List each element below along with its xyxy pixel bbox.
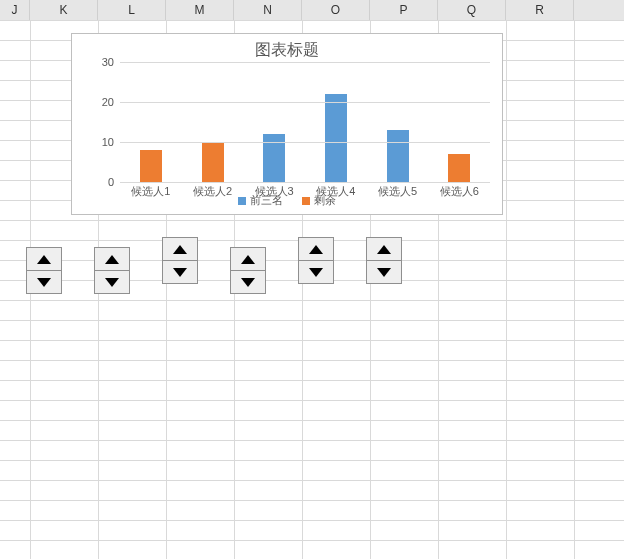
- spinner-up-button[interactable]: [95, 248, 129, 270]
- triangle-up-icon: [173, 245, 187, 254]
- chart-title: 图表标题: [72, 40, 502, 61]
- spinner-1[interactable]: [26, 247, 62, 294]
- spinner-up-button[interactable]: [367, 238, 401, 260]
- bar-slot: [120, 62, 182, 182]
- worksheet: JKLMNOPQR 图表标题 0102030 候选人1候选人2候选人3候选人4候…: [0, 0, 624, 559]
- triangle-up-icon: [105, 255, 119, 264]
- triangle-up-icon: [37, 255, 51, 264]
- column-header-K[interactable]: K: [30, 0, 98, 20]
- spinner-group: [26, 237, 456, 307]
- bar-slot: [305, 62, 367, 182]
- legend-swatch-icon: [302, 197, 310, 205]
- triangle-up-icon: [309, 245, 323, 254]
- y-tick: 10: [78, 136, 114, 148]
- triangle-down-icon: [37, 278, 51, 287]
- column-header-N[interactable]: N: [234, 0, 302, 20]
- spinner-5[interactable]: [298, 237, 334, 284]
- spinner-down-button[interactable]: [299, 260, 333, 283]
- bar[interactable]: [448, 154, 470, 182]
- spinner-down-button[interactable]: [163, 260, 197, 283]
- spinner-up-button[interactable]: [299, 238, 333, 260]
- triangle-down-icon: [241, 278, 255, 287]
- triangle-down-icon: [173, 268, 187, 277]
- spinner-2[interactable]: [94, 247, 130, 294]
- legend-item-top3: 前三名: [238, 193, 283, 208]
- bar[interactable]: [140, 150, 162, 182]
- gridline: [120, 62, 490, 63]
- y-tick: 20: [78, 96, 114, 108]
- column-header-row: JKLMNOPQR: [0, 0, 624, 21]
- spinner-down-button[interactable]: [231, 270, 265, 293]
- gridline: [120, 102, 490, 103]
- plot-area: [120, 62, 490, 182]
- column-header-Q[interactable]: Q: [438, 0, 506, 20]
- legend-label: 前三名: [250, 194, 283, 206]
- y-tick: 0: [78, 176, 114, 188]
- column-header-O[interactable]: O: [302, 0, 370, 20]
- bar-slot: [428, 62, 490, 182]
- spinner-down-button[interactable]: [367, 260, 401, 283]
- bar-slot: [182, 62, 244, 182]
- triangle-down-icon: [377, 268, 391, 277]
- bar-slot: [367, 62, 429, 182]
- bar-slot: [243, 62, 305, 182]
- gridline: [120, 142, 490, 143]
- y-tick: 30: [78, 56, 114, 68]
- legend: 前三名 剩余: [72, 193, 502, 208]
- triangle-up-icon: [377, 245, 391, 254]
- spinner-6[interactable]: [366, 237, 402, 284]
- legend-item-rest: 剩余: [302, 193, 336, 208]
- spinner-up-button[interactable]: [163, 238, 197, 260]
- legend-swatch-icon: [238, 197, 246, 205]
- spinner-up-button[interactable]: [231, 248, 265, 270]
- spinner-4[interactable]: [230, 247, 266, 294]
- column-header-L[interactable]: L: [98, 0, 166, 20]
- spinner-down-button[interactable]: [95, 270, 129, 293]
- column-header-M[interactable]: M: [166, 0, 234, 20]
- column-header-J[interactable]: J: [0, 0, 30, 20]
- embedded-chart[interactable]: 图表标题 0102030 候选人1候选人2候选人3候选人4候选人5候选人6 前三…: [71, 33, 503, 215]
- legend-label: 剩余: [314, 194, 336, 206]
- spinner-down-button[interactable]: [27, 270, 61, 293]
- column-header-P[interactable]: P: [370, 0, 438, 20]
- y-axis: 0102030: [72, 62, 120, 182]
- gridline: [120, 182, 490, 183]
- bar[interactable]: [325, 94, 347, 182]
- triangle-down-icon: [105, 278, 119, 287]
- bar[interactable]: [202, 142, 224, 182]
- spinner-3[interactable]: [162, 237, 198, 284]
- spinner-up-button[interactable]: [27, 248, 61, 270]
- bar[interactable]: [387, 130, 409, 182]
- triangle-down-icon: [309, 268, 323, 277]
- column-header-R[interactable]: R: [506, 0, 574, 20]
- triangle-up-icon: [241, 255, 255, 264]
